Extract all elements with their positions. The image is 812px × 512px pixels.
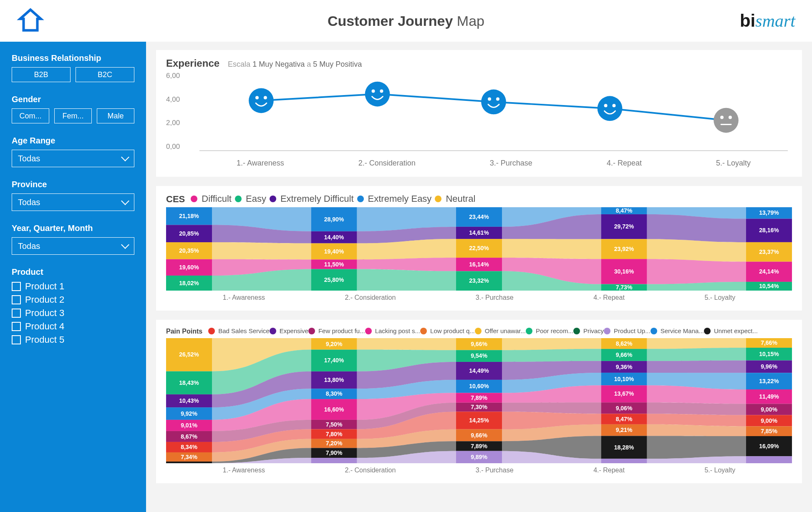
legend-label: Neutral (446, 193, 475, 204)
svg-text:29,72%: 29,72% (614, 223, 634, 230)
svg-text:13,22%: 13,22% (759, 377, 779, 384)
svg-point-7 (488, 98, 491, 101)
svg-point-12 (714, 108, 739, 133)
title-bold: Customer Journey (328, 13, 453, 29)
select-value: Todas (18, 241, 40, 251)
svg-point-8 (496, 98, 499, 101)
legend-item[interactable]: Neutral (435, 193, 475, 204)
legend-dot-icon (308, 328, 315, 334)
svg-rect-158 (746, 456, 792, 463)
ces-chart[interactable]: 21,18%20,85%20,35%19,60%18,02%28,90%14,4… (166, 207, 792, 291)
svg-text:10,60%: 10,60% (469, 383, 489, 389)
filter-btn-gender[interactable]: Fem... (54, 108, 92, 123)
svg-text:13,80%: 13,80% (324, 376, 344, 383)
svg-point-6 (481, 90, 506, 115)
legend-dot-icon (270, 328, 276, 334)
legend-item[interactable]: Lacking post s... (365, 327, 420, 334)
svg-text:8,30%: 8,30% (326, 390, 343, 397)
filter-label-product: Product (12, 267, 134, 277)
legend-item[interactable]: Expensive (270, 327, 308, 334)
legend-label: Service Mana... (661, 327, 704, 334)
legend-item[interactable]: Service Mana... (651, 327, 704, 334)
svg-text:9,20%: 9,20% (326, 340, 343, 347)
select-province[interactable]: Todas (12, 193, 134, 211)
svg-text:23,44%: 23,44% (469, 213, 489, 220)
filter-btn-gender[interactable]: Male (97, 108, 134, 123)
svg-point-3 (365, 82, 390, 107)
product-checkbox-item[interactable]: Product 1 (12, 281, 134, 292)
svg-text:7,89%: 7,89% (471, 442, 487, 449)
svg-point-10 (604, 104, 608, 107)
svg-text:18,02%: 18,02% (179, 280, 199, 286)
svg-text:9,96%: 9,96% (761, 363, 777, 370)
legend-label: Bad Sales Service (218, 327, 270, 334)
legend-dot-icon (651, 328, 657, 334)
brand-smart: smart (755, 11, 795, 30)
legend-item[interactable]: Extremely Difficult (270, 193, 354, 204)
checkbox-icon (12, 309, 21, 318)
legend-dot-icon (235, 196, 242, 202)
svg-text:9,66%: 9,66% (471, 432, 487, 438)
filter-label-time: Year, Quarter, Month (12, 223, 134, 233)
legend-item[interactable]: Low product q... (420, 327, 475, 334)
select-age-range[interactable]: Todas (12, 150, 134, 167)
legend-item[interactable]: Product Up... (604, 327, 651, 334)
svg-text:9,66%: 9,66% (616, 351, 633, 358)
experience-subtitle: Escala 1 Muy Negativa a 5 Muy Positiva (228, 60, 362, 69)
legend-item[interactable]: Easy (235, 193, 266, 204)
brand-bi: bi (740, 11, 755, 30)
legend-label: Offer unawar... (485, 327, 526, 334)
home-icon[interactable] (17, 6, 44, 35)
product-checkbox-item[interactable]: Product 2 (12, 294, 134, 305)
legend-item[interactable]: Bad Sales Service (208, 327, 270, 334)
pp-legend: Pain Points Bad Sales ServiceExpensiveFe… (166, 327, 792, 336)
select-time[interactable]: Todas (12, 237, 134, 255)
svg-rect-139 (601, 459, 647, 463)
legend-label: Low product q... (430, 327, 475, 334)
filter-btn-business[interactable]: B2C (76, 67, 134, 82)
legend-item[interactable]: Offer unawar... (475, 327, 526, 334)
product-label: Product 2 (25, 294, 64, 305)
product-checkbox-item[interactable]: Product 3 (12, 308, 134, 319)
legend-dot-icon (191, 196, 197, 202)
legend-item[interactable]: Privacy (573, 327, 604, 334)
select-value: Todas (18, 154, 40, 163)
legend-item[interactable]: Poor recom... (526, 327, 573, 334)
svg-text:14,25%: 14,25% (469, 417, 489, 424)
experience-chart[interactable] (199, 72, 788, 151)
brand-logo: bismart (740, 11, 795, 31)
filter-btn-gender[interactable]: Com... (12, 108, 49, 123)
legend-dot-icon (365, 328, 372, 334)
legend-dot-icon (526, 328, 532, 334)
svg-text:7,34%: 7,34% (181, 453, 197, 460)
product-checkbox-item[interactable]: Product 4 (12, 321, 134, 332)
svg-text:9,89%: 9,89% (471, 454, 487, 460)
chevron-down-icon (121, 241, 129, 249)
svg-text:28,16%: 28,16% (759, 227, 779, 233)
svg-text:11,49%: 11,49% (759, 393, 779, 399)
product-label: Product 5 (25, 334, 64, 345)
legend-label: Extremely Difficult (280, 193, 354, 204)
chevron-down-icon (121, 153, 129, 161)
legend-label: Extremely Easy (368, 193, 432, 204)
legend-dot-icon (357, 196, 364, 202)
legend-dot-icon (573, 328, 580, 334)
svg-text:7,90%: 7,90% (326, 449, 343, 456)
svg-text:7,85%: 7,85% (761, 427, 777, 434)
svg-point-2 (264, 96, 267, 99)
legend-item[interactable]: Difficult (191, 193, 232, 204)
svg-text:10,15%: 10,15% (759, 350, 779, 357)
legend-item[interactable]: Unmet expect... (704, 327, 758, 334)
product-checkbox-item[interactable]: Product 5 (12, 334, 134, 345)
svg-point-4 (372, 90, 375, 93)
svg-text:9,21%: 9,21% (616, 427, 633, 433)
title-light: Map (457, 13, 484, 29)
legend-item[interactable]: Few product fu... (308, 327, 365, 334)
legend-label: Expensive (280, 327, 308, 334)
legend-item[interactable]: Extremely Easy (357, 193, 432, 204)
filter-btn-business[interactable]: B2B (12, 67, 71, 82)
svg-text:16,14%: 16,14% (469, 261, 489, 268)
painpoints-chart[interactable]: 26,52%18,43%10,43%9,92%9,01%8,67%8,34%7,… (166, 338, 792, 463)
svg-text:24,14%: 24,14% (759, 268, 779, 275)
svg-text:23,92%: 23,92% (614, 246, 634, 252)
